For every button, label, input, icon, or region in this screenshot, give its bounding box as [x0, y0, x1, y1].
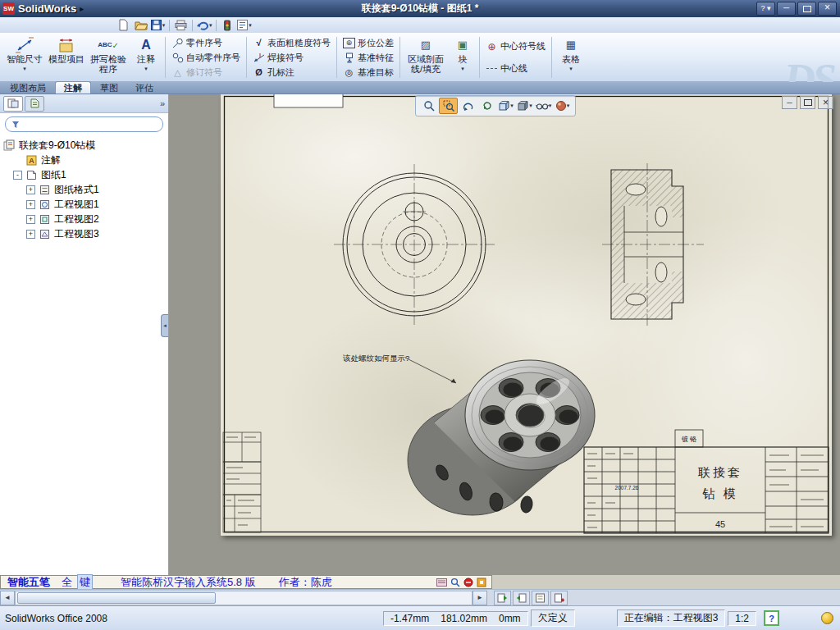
front-view[interactable] — [334, 164, 495, 325]
dropdown-icon[interactable] — [510, 103, 514, 109]
open-button[interactable] — [132, 18, 149, 32]
sheet-tab-icon[interactable] — [532, 591, 549, 605]
help-button[interactable] — [756, 2, 775, 16]
tree-filter-box[interactable] — [5, 116, 163, 132]
expand-icon[interactable] — [26, 215, 35, 224]
dropdown-icon[interactable] — [549, 103, 552, 109]
iso-view[interactable] — [408, 360, 595, 515]
previous-view-button[interactable] — [459, 98, 477, 113]
ime-keyboard-toggle[interactable]: 键 — [77, 574, 93, 591]
drawing-annotation[interactable]: 该处螺纹如何显示? — [342, 354, 456, 383]
expand-icon[interactable] — [26, 185, 35, 194]
first-sheet-button[interactable] — [494, 591, 511, 605]
doc-restore-button[interactable] — [800, 96, 815, 109]
scroll-right-button[interactable] — [472, 591, 487, 605]
geometric-tolerance-button[interactable]: 形位公差 — [341, 36, 395, 50]
model-items-button[interactable]: 模型项目 — [46, 34, 87, 80]
scrollbar-thumb[interactable] — [17, 592, 216, 604]
options-dropdown-icon[interactable] — [249, 22, 252, 29]
ime-settings-icon[interactable] — [476, 578, 486, 587]
section-view[interactable] — [602, 163, 704, 326]
propertymanager-tab[interactable] — [25, 96, 44, 112]
tab-evaluate[interactable]: 评估 — [127, 82, 162, 94]
smart-dimension-dropdown-icon[interactable] — [23, 64, 26, 74]
center-mark-button[interactable]: 中心符号线 — [484, 39, 547, 53]
ime-keyboard-icon[interactable] — [436, 578, 447, 587]
hole-callout-button[interactable]: 孔标注 — [251, 66, 332, 80]
datum-target-button[interactable]: 基准目标 — [341, 66, 395, 80]
filter-input[interactable] — [23, 119, 157, 130]
dropdown-icon[interactable] — [529, 103, 532, 109]
print-button[interactable] — [172, 18, 189, 32]
tab-view-layout[interactable]: 视图布局 — [2, 82, 54, 94]
tables-button[interactable]: 表格 — [555, 34, 587, 80]
revision-symbol-button[interactable]: 修订符号 — [170, 66, 242, 80]
tab-annotation[interactable]: 注解 — [55, 81, 91, 94]
rebuild-button[interactable] — [219, 18, 236, 32]
scroll-left-button[interactable] — [0, 591, 15, 605]
minimize-button[interactable] — [777, 2, 796, 16]
tree-root[interactable]: 联接套9-Ø10钻模 — [0, 138, 168, 153]
surface-finish-button[interactable]: 表面粗糙度符号 — [251, 36, 332, 50]
add-sheet-button[interactable] — [550, 591, 568, 605]
ime-search-icon[interactable] — [450, 578, 460, 587]
notification-icon[interactable] — [821, 612, 833, 624]
doc-close-button[interactable] — [818, 96, 833, 109]
restore-button[interactable] — [797, 2, 816, 16]
tree-item-view2[interactable]: 工程视图2 — [0, 212, 168, 226]
ime-name[interactable]: 智能五笔 — [7, 575, 50, 590]
featuremanager-tree-tab[interactable] — [3, 96, 23, 112]
tree-item-annotations[interactable]: A 注解 — [0, 153, 168, 167]
panel-chevrons-icon[interactable] — [160, 98, 165, 108]
collapse-expander-icon[interactable] — [13, 171, 22, 180]
quick-tips-icon[interactable]: ? — [764, 610, 779, 626]
tables-dropdown-icon[interactable] — [569, 64, 573, 74]
zoom-fit-button[interactable] — [420, 98, 437, 113]
open-icon — [135, 20, 148, 30]
tree-item-view3[interactable]: 工程视图3 — [0, 226, 168, 241]
tree-item-sheet1[interactable]: 图纸1 — [0, 167, 168, 182]
tree-item-sheet-format1[interactable]: 图纸格式1 — [0, 182, 168, 197]
smart-dimension-button[interactable]: 智能尺寸 — [3, 34, 46, 80]
undo-dropdown-icon[interactable] — [209, 22, 212, 29]
expand-icon[interactable] — [26, 200, 35, 209]
panel-collapse-handle[interactable] — [161, 314, 168, 337]
auto-balloon-button[interactable]: 自动零件序号 — [170, 51, 242, 65]
zoom-area-button[interactable] — [439, 98, 458, 114]
ime-full-half-toggle[interactable]: 全 — [62, 575, 72, 590]
undo-button[interactable] — [195, 18, 213, 32]
new-document-button[interactable] — [115, 18, 132, 32]
ime-logo-icon[interactable] — [463, 578, 473, 587]
dropdown-icon[interactable] — [567, 103, 570, 109]
close-button[interactable] — [818, 2, 837, 16]
note-button[interactable]: A 注释 — [130, 34, 162, 80]
options-button[interactable] — [236, 18, 253, 32]
balloon-button[interactable]: 零件序号 — [170, 36, 242, 50]
view-orientation-button[interactable] — [497, 98, 514, 113]
expand-icon[interactable] — [26, 230, 35, 239]
rotate-view-button[interactable] — [478, 98, 495, 113]
datum-feature-button[interactable]: 基准特征 — [341, 51, 395, 65]
appearance-button[interactable] — [554, 98, 571, 113]
centerline-button[interactable]: 中心线 — [484, 62, 547, 75]
graphics-area[interactable]: 该处螺纹如何显示? — [169, 94, 840, 575]
previous-sheet-button[interactable] — [513, 591, 530, 605]
display-style-button[interactable] — [516, 98, 533, 113]
ime-toolbar[interactable]: 智能五笔 全 键 智能陈桥汉字输入系统5.8 版 作者：陈虎 — [0, 575, 492, 589]
weld-symbol-button[interactable]: 焊接符号 — [251, 51, 332, 65]
tree-item-view1[interactable]: 工程视图1 — [0, 197, 168, 212]
revision-tables — [223, 432, 261, 532]
tab-sketch[interactable]: 草图 — [92, 82, 126, 94]
menu-expand-arrow-icon[interactable] — [80, 4, 84, 13]
svg-text:2007.7.26: 2007.7.26 — [615, 485, 639, 491]
save-button[interactable] — [149, 18, 167, 32]
spell-checker-button[interactable]: ABC 拼写检验程序 — [87, 34, 130, 80]
save-dropdown-icon[interactable] — [162, 22, 166, 29]
horizontal-scrollbar[interactable] — [15, 591, 472, 605]
doc-minimize-button[interactable] — [782, 96, 797, 109]
hide-show-items-button[interactable] — [535, 98, 552, 113]
note-dropdown-icon[interactable] — [144, 64, 148, 74]
block-dropdown-icon[interactable] — [461, 64, 464, 74]
block-button[interactable]: 块 — [449, 34, 477, 80]
area-hatch-button[interactable]: 区域剖面线/填充 — [403, 34, 449, 80]
